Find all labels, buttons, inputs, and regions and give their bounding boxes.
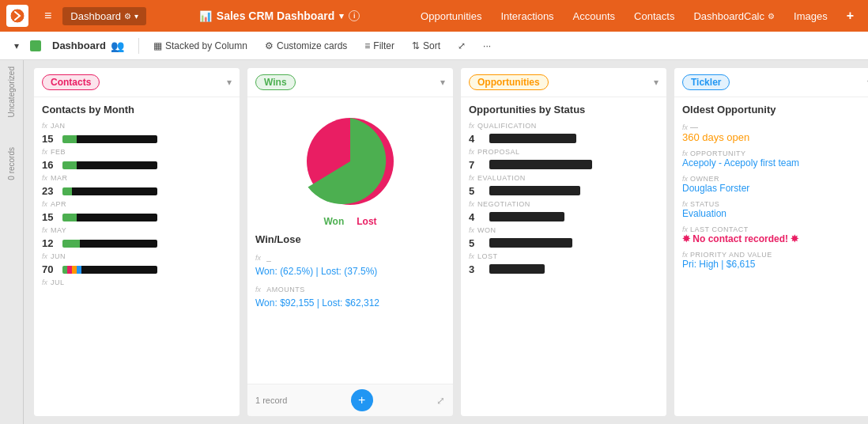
- opportunity-stat: fx OPPORTUNITY Acepoly - Acepoly first t…: [682, 148, 868, 168]
- days-open-stat: fx — 360 days open: [682, 122, 868, 143]
- stacked-column-button[interactable]: ▦ Stacked by Column: [147, 38, 254, 54]
- wins-record-count: 1 record: [255, 396, 287, 405]
- mar-bar: [62, 187, 157, 195]
- opportunities-tag: Opportunities: [469, 74, 549, 90]
- divider: [138, 38, 139, 54]
- wins-column-body: Won Lost Win/Lose fx _ Won: (62.5%) | Lo…: [247, 97, 453, 384]
- amounts-value: Won: $92,155 | Lost: $62,312: [255, 297, 445, 309]
- winlose-title: Win/Lose: [255, 233, 445, 245]
- customize-cards-button[interactable]: ⚙ Customize cards: [259, 38, 353, 54]
- wins-footer: 1 record + ⤢: [247, 384, 453, 416]
- amounts-row: fx AMOUNTS: [255, 283, 445, 294]
- jun-bar: [62, 266, 157, 274]
- wins-tag: Wins: [255, 74, 296, 90]
- opportunities-column-header: Opportunities ▾: [461, 68, 666, 97]
- pie-legend: Won Lost: [323, 216, 376, 227]
- wins-add-button[interactable]: +: [351, 389, 373, 411]
- top-navigation: ≡ Dashboard ⚙ ▾ 📊 Sales CRM Dashboard ▾ …: [0, 0, 868, 32]
- tickler-column: Tickler ▾ Oldest Opportunity fx — 360 da…: [674, 68, 868, 416]
- dashboard-icon-green: [30, 40, 41, 51]
- priority-stat: fx PRIORITY AND VALUE Pri: High | $6,615: [682, 249, 868, 270]
- opportunities-column: Opportunities ▾ Opportunities by Status …: [461, 68, 666, 416]
- winlose-stat-row: fx _: [255, 252, 445, 263]
- wins-chevron-icon[interactable]: ▾: [440, 77, 445, 88]
- tab-opportunities[interactable]: Opportunities: [413, 7, 489, 25]
- filter-button[interactable]: ≡ Filter: [358, 38, 401, 54]
- contacts-column: Contacts ▾ Contacts by Month fx JAN 15 f…: [34, 68, 240, 416]
- ellipsis-icon: ···: [483, 40, 491, 51]
- contacts-tag: Contacts: [42, 74, 100, 90]
- contacts-chevron-icon[interactable]: ▾: [227, 77, 232, 88]
- win-lose-percentages: Won: (62.5%) | Lost: (37.5%): [255, 266, 445, 277]
- uncategorized-label: Uncategorized: [7, 66, 16, 117]
- lost-bar: [489, 264, 545, 274]
- info-icon: i: [349, 10, 360, 21]
- external-link-button[interactable]: ⤢: [451, 38, 472, 54]
- hamburger-icon: ≡: [44, 9, 51, 23]
- toolbar: ▾ Dashboard 👥 ▦ Stacked by Column ⚙ Cust…: [0, 32, 868, 60]
- tab-add[interactable]: +: [839, 6, 862, 26]
- contacts-card-title: Contacts by Month: [42, 104, 232, 115]
- chevron-left-icon: ▾: [14, 40, 19, 51]
- filter-icon: ≡: [364, 40, 370, 51]
- tickler-card-title: Oldest Opportunity: [682, 104, 868, 115]
- owner-stat: fx OWNER Douglas Forster: [682, 173, 868, 194]
- qualification-bar: [489, 134, 576, 143]
- cards-container: Contacts ▾ Contacts by Month fx JAN 15 f…: [24, 60, 868, 424]
- may-bar: [62, 240, 157, 248]
- tickler-tag: Tickler: [682, 74, 730, 90]
- tickler-column-body: Oldest Opportunity fx — 360 days open fx…: [674, 97, 868, 416]
- tab-dashboard[interactable]: Dashboard ⚙ ▾: [62, 7, 146, 25]
- tab-dashboardcalc[interactable]: DashboardCalc ⚙: [685, 7, 783, 25]
- dashboard-icon: 📊: [199, 10, 212, 22]
- tab-interactions[interactable]: Interactions: [492, 7, 561, 25]
- gear-icon-2: ⚙: [768, 12, 775, 21]
- tab-images[interactable]: Images: [786, 7, 836, 25]
- svg-point-0: [10, 9, 25, 23]
- collapse-button[interactable]: ▾: [8, 38, 25, 54]
- sidebar: Uncategorized 0 records: [0, 60, 24, 424]
- contacts-column-header: Contacts ▾: [34, 68, 240, 97]
- won-bar: [489, 238, 572, 248]
- main-content: Uncategorized 0 records Contacts ▾ Conta…: [0, 60, 868, 424]
- won-legend-label: Won: [323, 216, 344, 227]
- feb-bar: [62, 161, 157, 169]
- tab-accounts[interactable]: Accounts: [565, 7, 623, 25]
- people-icon: 👥: [111, 40, 124, 52]
- status-stat: fx STATUS Evaluation: [682, 199, 868, 219]
- hamburger-menu[interactable]: ≡: [36, 6, 59, 26]
- negotiation-bar: [489, 212, 564, 221]
- pie-chart-container: Won Lost: [255, 110, 445, 227]
- last-contact-stat: fx LAST CONTACT ✸ No contact recorded! ✸: [682, 224, 868, 244]
- page-title: 📊 Sales CRM Dashboard ▾ i: [149, 9, 409, 22]
- sort-button[interactable]: ⇅ Sort: [406, 38, 447, 54]
- records-label: 0 records: [7, 147, 16, 180]
- logo: [6, 5, 28, 27]
- expand-icon[interactable]: ⤢: [436, 395, 445, 407]
- jan-bar: [62, 135, 157, 143]
- contacts-column-body: Contacts by Month fx JAN 15 fx FEB 16: [34, 97, 240, 416]
- opportunities-chevron-icon[interactable]: ▾: [654, 77, 659, 88]
- more-options-button[interactable]: ···: [477, 38, 497, 54]
- lost-legend-label: Lost: [357, 216, 376, 227]
- opportunities-column-body: Opportunities by Status fx QUALIFICATION…: [461, 97, 666, 416]
- title-arrow: ▾: [339, 11, 344, 21]
- gear-icon: ⚙: [124, 12, 131, 21]
- columns-icon: ▦: [153, 40, 162, 51]
- chevron-down-icon: ▾: [134, 12, 138, 21]
- opp-card-title: Opportunities by Status: [469, 104, 659, 115]
- evaluation-bar: [489, 186, 580, 195]
- proposal-bar: [489, 160, 592, 169]
- wins-column: Wins ▾ Won Lost: [247, 68, 453, 416]
- tab-contacts[interactable]: Contacts: [626, 7, 682, 25]
- pie-chart: [287, 110, 413, 213]
- apr-bar: [62, 214, 157, 221]
- wins-column-header: Wins ▾: [247, 68, 453, 97]
- contacts-jan-row: fx JAN: [42, 122, 232, 130]
- sort-icon: ⇅: [412, 40, 420, 51]
- tickler-column-header: Tickler ▾: [674, 68, 868, 97]
- tab-dashboard-label: Dashboard: [70, 10, 121, 22]
- external-link-icon: ⤢: [458, 40, 466, 51]
- dashboard-name: Dashboard 👥: [46, 37, 130, 55]
- gear-icon-3: ⚙: [265, 40, 274, 51]
